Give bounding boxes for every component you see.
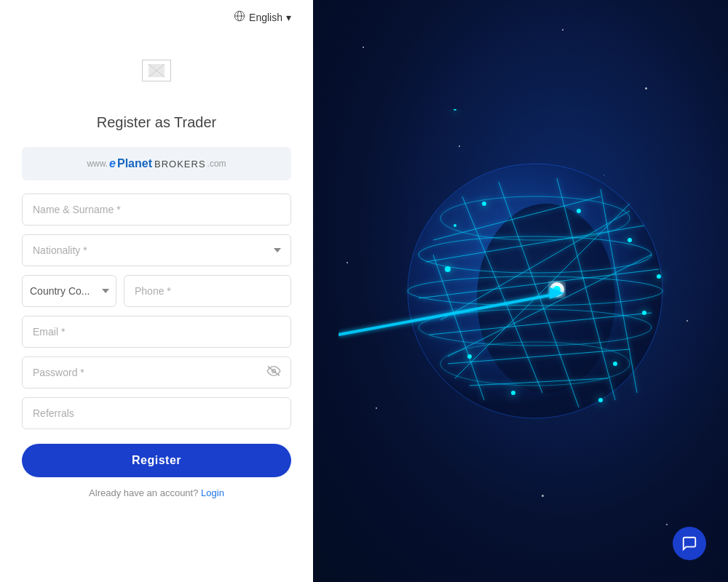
phone-input[interactable] bbox=[124, 275, 291, 307]
globe-visualization bbox=[339, 109, 703, 473]
referrals-input[interactable] bbox=[22, 397, 291, 429]
svg-point-39 bbox=[454, 224, 456, 227]
left-panel: English ▾ Register as Trader www. e Plan… bbox=[0, 0, 313, 582]
nationality-field-group: Nationality * bbox=[22, 234, 291, 266]
chevron-down-icon: ▾ bbox=[286, 12, 291, 23]
star-dot bbox=[645, 87, 647, 89]
svg-point-32 bbox=[628, 238, 632, 242]
svg-point-35 bbox=[577, 209, 581, 213]
login-link[interactable]: Login bbox=[201, 487, 224, 498]
register-button[interactable]: Register bbox=[22, 444, 291, 477]
star-dot bbox=[562, 29, 563, 31]
star-dot bbox=[542, 495, 544, 497]
page-title: Register as Trader bbox=[22, 114, 291, 131]
password-field-group bbox=[22, 356, 291, 388]
nationality-wrapper: Nationality * bbox=[22, 234, 291, 266]
svg-point-42 bbox=[598, 398, 603, 402]
language-bar: English ▾ bbox=[22, 0, 291, 34]
svg-point-40 bbox=[657, 274, 661, 279]
svg-point-38 bbox=[454, 109, 456, 111]
email-input[interactable] bbox=[22, 316, 291, 348]
globe-icon bbox=[234, 10, 245, 24]
phone-field-group: Country Co... bbox=[22, 275, 291, 307]
already-account-text: Already have an account? bbox=[89, 487, 198, 498]
name-field-group bbox=[22, 194, 291, 226]
chat-button[interactable] bbox=[673, 527, 706, 560]
login-row: Already have an account? Login bbox=[22, 487, 291, 498]
svg-point-41 bbox=[482, 202, 486, 206]
language-label: English bbox=[249, 12, 282, 23]
password-input[interactable] bbox=[22, 356, 291, 388]
svg-point-33 bbox=[642, 311, 646, 315]
star-dot bbox=[666, 524, 668, 525]
referrals-field-group bbox=[22, 397, 291, 429]
svg-point-34 bbox=[467, 354, 472, 359]
svg-point-37 bbox=[613, 362, 617, 366]
brand-planet: Planet bbox=[117, 157, 152, 170]
svg-point-31 bbox=[445, 266, 451, 272]
name-input[interactable] bbox=[22, 194, 291, 226]
logo-area bbox=[22, 49, 291, 92]
right-panel bbox=[313, 0, 728, 582]
toggle-password-icon[interactable] bbox=[266, 365, 281, 380]
country-code-select[interactable]: Country Co... bbox=[22, 275, 116, 307]
brand-com: .com bbox=[207, 159, 226, 169]
nationality-select[interactable]: Nationality * bbox=[22, 234, 291, 266]
brand-e: e bbox=[109, 157, 116, 170]
logo-image bbox=[142, 60, 171, 81]
svg-point-10 bbox=[477, 204, 615, 393]
email-field-group bbox=[22, 316, 291, 348]
brand-brokers: BROKERS bbox=[154, 159, 206, 170]
country-code-wrapper: Country Co... bbox=[22, 275, 116, 307]
brand-box: www. e Planet BROKERS .com bbox=[22, 147, 291, 180]
brand-www: www. bbox=[87, 159, 108, 169]
svg-point-36 bbox=[511, 391, 515, 395]
language-selector[interactable]: English ▾ bbox=[234, 10, 291, 24]
brand-text: www. e Planet BROKERS .com bbox=[22, 157, 291, 170]
